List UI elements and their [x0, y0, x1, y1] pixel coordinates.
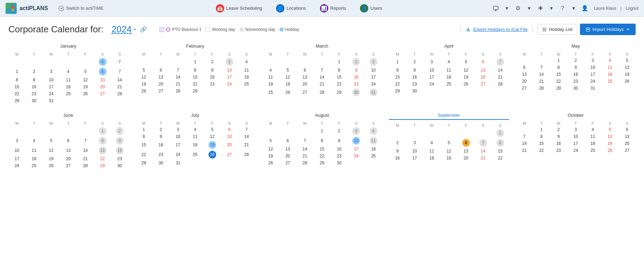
calendar-day[interactable]: 23 [406, 81, 423, 88]
calendar-day[interactable]: 21 [238, 140, 255, 150]
calendar-day[interactable]: 24 [8, 162, 25, 169]
calendar-day[interactable]: 8 [313, 136, 330, 146]
calendar-day[interactable]: 16 [331, 146, 348, 153]
calendar-day[interactable]: 21 [313, 81, 330, 88]
nav-locations[interactable]: 🌐 Locations [273, 2, 309, 15]
calendar-day[interactable]: 30 [25, 97, 42, 104]
calendar-day[interactable]: 15 [550, 71, 567, 78]
calendar-day[interactable]: 14 [77, 146, 94, 155]
calendar-day[interactable]: 7 [77, 136, 94, 146]
calendar-day[interactable]: 18 [262, 81, 279, 88]
calendar-day[interactable]: 28 [238, 150, 255, 159]
holiday-list-btn[interactable]: Holiday List [537, 24, 577, 35]
calendar-day[interactable]: 15 [94, 146, 111, 155]
calendar-day[interactable]: 10 [584, 64, 601, 71]
calendar-day[interactable]: 3 [365, 57, 382, 67]
calendar-day[interactable]: 27 [474, 81, 492, 88]
calendar-day[interactable]: 15 [135, 140, 152, 150]
chevron-down-icon-2[interactable]: ▾ [524, 3, 534, 13]
calendar-day[interactable]: 26 [77, 90, 94, 97]
export-holidays-btn[interactable]: Export Holidays to iCal File [465, 27, 527, 32]
calendar-day[interactable]: 12 [42, 146, 60, 155]
calendar-day[interactable]: 2 [406, 57, 423, 67]
calendar-day[interactable]: 27 [152, 88, 170, 95]
calendar-day[interactable]: 13 [619, 133, 636, 140]
calendar-day[interactable]: 13 [279, 146, 296, 153]
calendar-day[interactable]: 6 [619, 126, 636, 133]
calendar-day[interactable]: 17 [8, 155, 25, 162]
plus-icon[interactable]: ✚ [535, 3, 545, 13]
calendar-day[interactable]: 17 [567, 140, 584, 147]
calendar-day[interactable]: 5 [619, 57, 636, 64]
calendar-day[interactable]: 17 [365, 74, 382, 81]
calendar-day[interactable]: 18 [423, 155, 440, 162]
calendar-day[interactable]: 26 [602, 147, 619, 154]
calendar-day[interactable]: 15 [313, 146, 330, 153]
pto-info-icon[interactable]: ℹ [199, 27, 201, 32]
calendar-day[interactable]: 19 [279, 81, 296, 88]
calendar-day[interactable]: 1 [8, 67, 25, 76]
calendar-day[interactable]: 15 [8, 83, 25, 90]
calendar-day[interactable]: 27 [296, 88, 313, 97]
calendar-day[interactable]: 9 [348, 67, 365, 74]
calendar-day[interactable]: 12 [279, 74, 296, 81]
assistant-icon[interactable] [491, 3, 501, 13]
calendar-day[interactable]: 17 [221, 74, 238, 81]
calendar-day[interactable]: 7 [474, 138, 492, 148]
calendar-day[interactable]: 18 [365, 146, 382, 153]
calendar-day[interactable]: 18 [238, 74, 255, 81]
calendar-day[interactable]: 6 [221, 126, 238, 133]
calendar-day[interactable]: 21 [296, 153, 313, 159]
calendar-day[interactable]: 31 [365, 88, 382, 97]
calendar-day[interactable]: 26 [262, 159, 279, 166]
calendar-day[interactable]: 24 [365, 81, 382, 88]
calendar-day[interactable]: 28 [313, 88, 330, 97]
calendar-day[interactable]: 20 [152, 81, 170, 88]
calendar-day[interactable]: 28 [111, 90, 128, 97]
calendar-day[interactable]: 5 [440, 138, 457, 148]
calendar-day[interactable]: 10 [348, 136, 365, 146]
calendar-day[interactable]: 16 [567, 71, 584, 78]
calendar-day[interactable]: 29 [389, 88, 406, 95]
calendar-day[interactable]: 7 [296, 136, 313, 146]
calendar-day[interactable]: 20 [457, 155, 474, 162]
calendar-day[interactable]: 12 [135, 74, 152, 81]
calendar-day[interactable]: 17 [423, 74, 440, 81]
calendar-day[interactable]: 1 [187, 57, 204, 67]
calendar-day[interactable]: 24 [42, 90, 60, 97]
calendar-day[interactable]: 28 [492, 81, 509, 88]
calendar-day[interactable]: 11 [365, 136, 382, 146]
calendar-day[interactable]: 13 [94, 76, 111, 83]
calendar-day[interactable]: 18 [584, 140, 601, 147]
calendar-day[interactable]: 23 [567, 78, 584, 85]
calendar-day[interactable]: 29 [94, 162, 111, 169]
calendar-day[interactable]: 20 [516, 78, 533, 85]
calendar-day[interactable]: 16 [406, 74, 423, 81]
calendar-day[interactable]: 6 [457, 138, 474, 148]
calendar-day[interactable]: 23 [25, 90, 42, 97]
calendar-day[interactable]: 2 [567, 57, 584, 64]
calendar-day[interactable]: 1 [533, 126, 550, 133]
calendar-day[interactable]: 6 [516, 64, 533, 71]
calendar-day[interactable]: 30 [152, 159, 170, 166]
calendar-day[interactable]: 11 [584, 133, 601, 140]
calendar-day[interactable]: 19 [602, 140, 619, 147]
calendar-day[interactable]: 24 [423, 81, 440, 88]
calendar-day[interactable]: 31 [584, 85, 601, 92]
calendar-day[interactable]: 6 [296, 67, 313, 74]
calendar-day[interactable]: 29 [8, 97, 25, 104]
help-icon[interactable]: ? [558, 3, 567, 13]
calendar-day[interactable]: 8 [94, 136, 111, 146]
calendar-day[interactable]: 26 [135, 88, 152, 95]
calendar-day[interactable]: 6 [60, 136, 77, 146]
calendar-day[interactable]: 18 [60, 83, 77, 90]
calendar-day[interactable]: 19 [262, 153, 279, 159]
calendar-day[interactable]: 2 [204, 57, 221, 67]
calendar-day[interactable]: 26 [457, 81, 474, 88]
import-holidays-btn[interactable]: Import Holidays [580, 24, 636, 35]
calendar-day[interactable]: 25 [25, 162, 42, 169]
calendar-day[interactable]: 16 [25, 83, 42, 90]
calendar-day[interactable]: 11 [60, 76, 77, 83]
calendar-day[interactable]: 25 [60, 90, 77, 97]
calendar-day[interactable]: 20 [94, 83, 111, 90]
